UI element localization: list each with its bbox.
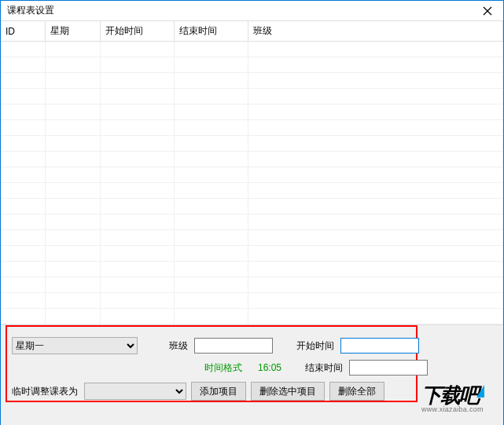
start-time-input[interactable]	[340, 338, 419, 354]
col-start[interactable]: 开始时间	[100, 21, 174, 42]
table-row[interactable]	[1, 120, 503, 136]
add-item-button[interactable]: 添加项目	[191, 382, 246, 401]
class-input[interactable]	[194, 338, 273, 354]
table-row[interactable]	[1, 309, 503, 324]
form-panel: 星期一 班级 开始时间 时间格式 16:05 结束时间 临时调整课表为 添加项目	[1, 325, 503, 425]
time-format-example: 16:05	[258, 362, 281, 373]
table-row[interactable]	[1, 104, 503, 120]
time-format-label: 时间格式	[204, 361, 242, 375]
table-row[interactable]	[1, 183, 503, 199]
table-row[interactable]	[1, 277, 503, 293]
temp-adjust-label: 临时调整课表为	[12, 385, 78, 398]
table-row[interactable]	[1, 262, 503, 277]
weekday-select[interactable]: 星期一	[12, 337, 138, 354]
col-id[interactable]: ID	[1, 21, 45, 42]
col-end[interactable]: 结束时间	[174, 21, 248, 42]
table-row[interactable]	[1, 136, 503, 152]
col-class[interactable]: 班级	[248, 21, 503, 42]
form-row-2: 时间格式 16:05 结束时间	[12, 360, 495, 376]
close-button[interactable]	[472, 1, 503, 21]
table-row[interactable]	[1, 57, 503, 73]
end-time-input[interactable]	[349, 360, 428, 376]
content-area: ID 星期 开始时间 结束时间 班级	[1, 21, 503, 425]
form-row-1: 星期一 班级 开始时间	[12, 336, 495, 355]
temp-adjust-select[interactable]	[84, 383, 186, 400]
table-row[interactable]	[1, 293, 503, 309]
table-row[interactable]	[1, 73, 503, 89]
table-row[interactable]	[1, 214, 503, 230]
delete-all-button[interactable]: 删除全部	[329, 382, 384, 401]
table-row[interactable]	[1, 230, 503, 246]
dialog-window: 课程表设置 ID 星期 开始时间 结束时间 班级	[0, 0, 504, 425]
schedule-table[interactable]: ID 星期 开始时间 结束时间 班级	[1, 21, 503, 324]
delete-selected-button[interactable]: 删除选中项目	[251, 382, 325, 401]
table-row[interactable]	[1, 246, 503, 262]
table-row[interactable]	[1, 167, 503, 183]
start-time-label: 开始时间	[296, 339, 334, 353]
window-title: 课程表设置	[7, 4, 472, 17]
watermark-url: www.xiazaiba.com	[421, 405, 500, 413]
end-time-label: 结束时间	[305, 361, 343, 375]
table-row[interactable]	[1, 89, 503, 104]
watermark: 下载吧 www.xiazaiba.com	[421, 385, 500, 423]
titlebar: 课程表设置	[1, 1, 503, 21]
schedule-table-area: ID 星期 开始时间 结束时间 班级	[1, 21, 503, 325]
logo-accent-icon	[476, 385, 484, 398]
watermark-logo: 下载吧	[421, 385, 500, 405]
col-weekday[interactable]: 星期	[45, 21, 100, 42]
table-header-row: ID 星期 开始时间 结束时间 班级	[1, 21, 503, 42]
close-icon	[483, 6, 492, 16]
table-body	[1, 42, 503, 324]
table-row[interactable]	[1, 42, 503, 57]
table-row[interactable]	[1, 152, 503, 167]
class-label: 班级	[169, 339, 188, 353]
table-row[interactable]	[1, 199, 503, 214]
